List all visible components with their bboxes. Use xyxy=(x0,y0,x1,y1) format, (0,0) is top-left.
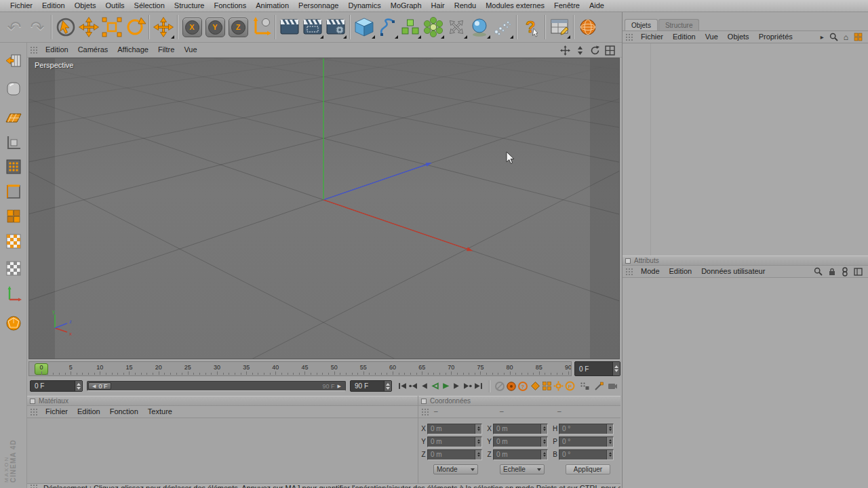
render-view-button[interactable] xyxy=(278,14,301,41)
add-deformer-button[interactable] xyxy=(445,14,468,41)
home-icon[interactable]: ⌂ xyxy=(844,33,848,41)
render-settings-button[interactable] xyxy=(324,14,347,41)
lock-y-axis-button[interactable]: Y xyxy=(203,14,226,41)
record-settings-button[interactable] xyxy=(579,381,589,392)
search-icon[interactable] xyxy=(829,33,838,41)
menu-structure[interactable]: Structure xyxy=(170,0,210,12)
lock-icon[interactable] xyxy=(828,267,836,276)
viewport-menu-affichage[interactable]: Affichage xyxy=(113,44,153,56)
menu-outils[interactable]: Outils xyxy=(100,0,129,12)
timeline-ruler[interactable]: 051015202530354045505560657075808590 xyxy=(28,361,572,376)
render-region-button[interactable] xyxy=(301,14,324,41)
coord-field-position-y[interactable]: 0 m xyxy=(427,436,482,447)
timeline-slider-handle[interactable]: ◀ 0 F xyxy=(88,382,111,390)
texture-mode-button[interactable] xyxy=(5,109,22,127)
range-start-field[interactable]: 0 F xyxy=(30,380,83,392)
materials-menu-texture[interactable]: Texture xyxy=(143,406,177,418)
objects-menu-proprietes[interactable]: Propriétés xyxy=(754,31,797,43)
help-button[interactable]: ? xyxy=(519,14,542,41)
model-mode-button[interactable] xyxy=(5,80,22,98)
object-axis-mode-button[interactable] xyxy=(5,285,22,302)
menu-fonctions[interactable]: Fonctions xyxy=(209,0,251,12)
texture-tool-button[interactable] xyxy=(5,232,22,250)
menu-dynamics[interactable]: Dynamics xyxy=(343,0,385,12)
spinner-arrows-icon[interactable] xyxy=(612,362,620,375)
spinner-arrows-icon[interactable] xyxy=(475,450,481,460)
objects-menu-edition[interactable]: Edition xyxy=(668,31,701,43)
coord-field-position-z[interactable]: 0 m xyxy=(427,449,482,460)
coord-field-position-x[interactable]: 0 m xyxy=(427,424,482,434)
flyout-chevron-icon[interactable]: ▸ xyxy=(821,34,824,41)
coord-field-rotation-h[interactable]: 0 ° xyxy=(559,424,614,434)
panel-checkbox-icon[interactable] xyxy=(30,399,35,404)
workplane-mode-button[interactable] xyxy=(5,134,22,152)
menu-animation[interactable]: Animation xyxy=(251,0,294,12)
panel-checkbox-icon[interactable] xyxy=(625,258,631,264)
goto-end-button[interactable] xyxy=(473,381,484,392)
snapping-button[interactable] xyxy=(5,314,22,332)
goto-start-button[interactable] xyxy=(397,381,408,392)
current-frame-field[interactable]: 0 F xyxy=(574,361,620,376)
points-mode-button[interactable] xyxy=(5,158,22,176)
menu-modules-externes[interactable]: Modules externes xyxy=(481,0,549,12)
add-spline-button[interactable] xyxy=(376,14,399,41)
add-array-button[interactable] xyxy=(399,14,422,41)
add-particles-button[interactable] xyxy=(491,14,514,41)
world-dropdown[interactable]: Monde xyxy=(433,464,478,474)
layout-grid-icon[interactable] xyxy=(854,33,863,41)
range-end-field[interactable]: 90 F xyxy=(350,380,392,392)
zoom-view-button[interactable] xyxy=(574,45,585,56)
viewport-menu-vue[interactable]: Vue xyxy=(179,44,201,56)
menu-fichier[interactable]: Fichier xyxy=(5,0,37,12)
scale-dropdown[interactable]: Echelle xyxy=(500,464,545,474)
make-editable-button[interactable] xyxy=(5,53,22,70)
record-keyframe-button[interactable] xyxy=(494,381,505,392)
viewport-menu-edition[interactable]: Edition xyxy=(41,44,73,56)
tab-objets[interactable]: Objets xyxy=(625,19,658,30)
snap-tool-button[interactable] xyxy=(593,381,604,392)
polygons-mode-button[interactable] xyxy=(5,207,22,225)
menu-personnage[interactable]: Personnage xyxy=(294,0,343,12)
attributes-menu-edition[interactable]: Edition xyxy=(665,266,697,277)
panel-icon[interactable] xyxy=(854,268,863,276)
prev-key-button[interactable] xyxy=(408,381,418,392)
spinner-arrows-icon[interactable] xyxy=(475,437,481,447)
spinner-arrows-icon[interactable] xyxy=(540,424,547,434)
coord-field-rotation-p[interactable]: 0 ° xyxy=(559,436,614,447)
lock-z-axis-button[interactable]: Z xyxy=(226,14,250,41)
viewport-menu-filtre[interactable]: Filtre xyxy=(153,44,179,56)
play-forward-button[interactable] xyxy=(441,381,451,392)
rotate-view-button[interactable] xyxy=(589,45,600,56)
coord-field-rotation-b[interactable]: 0 ° xyxy=(559,449,614,460)
materials-menu-edition[interactable]: Edition xyxy=(73,406,105,418)
objects-menu-objets[interactable]: Objets xyxy=(723,31,754,43)
last-tool-button[interactable] xyxy=(152,14,175,41)
objects-menu-fichier[interactable]: Fichier xyxy=(636,31,668,43)
spinner-arrows-icon[interactable] xyxy=(75,381,82,391)
viewport-menu-cameras[interactable]: Caméras xyxy=(73,44,113,56)
coord-field-size-x[interactable]: 0 m xyxy=(493,424,548,434)
record-selection-button[interactable]: ? xyxy=(517,381,528,392)
spinner-arrows-icon[interactable] xyxy=(384,381,391,391)
prev-frame-button[interactable] xyxy=(419,381,429,392)
scale-tool-button[interactable] xyxy=(100,14,123,41)
panel-checkbox-icon[interactable] xyxy=(421,399,427,404)
attributes-menu-donnees-utilisateur[interactable]: Données utilisateur xyxy=(696,266,770,277)
key-position-button[interactable] xyxy=(530,381,540,392)
add-environment-button[interactable] xyxy=(468,14,491,41)
menu-edition[interactable]: Edition xyxy=(37,0,70,12)
browser-button[interactable] xyxy=(576,14,599,41)
menu-aide[interactable]: Aide xyxy=(585,0,609,12)
apply-button[interactable]: Appliquer xyxy=(566,464,610,474)
coord-field-size-z[interactable]: 0 m xyxy=(493,449,548,460)
undo-button[interactable]: ↶ xyxy=(3,14,26,41)
coord-field-size-y[interactable]: 0 m xyxy=(493,436,548,447)
drag-handle-icon[interactable] xyxy=(625,268,634,276)
menu-mograph[interactable]: MoGraph xyxy=(386,0,427,12)
pan-view-button[interactable] xyxy=(559,45,570,56)
redo-button[interactable]: ↷ xyxy=(26,14,49,41)
objects-menu-vue[interactable]: Vue xyxy=(701,31,723,43)
spinner-arrows-icon[interactable] xyxy=(606,424,613,434)
next-key-button[interactable] xyxy=(462,381,473,392)
next-frame-button[interactable] xyxy=(452,381,462,392)
